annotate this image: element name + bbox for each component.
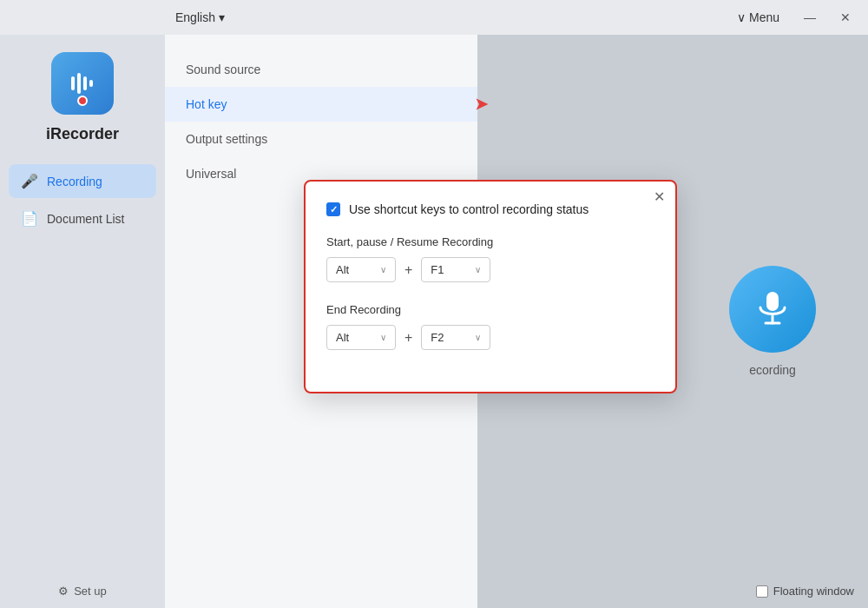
svg-rect-3 — [89, 80, 93, 87]
setup-label: Set up — [74, 585, 107, 598]
start-key2-value: F1 — [431, 263, 470, 276]
window-controls: — ✕ — [797, 7, 858, 28]
language-selector[interactable]: English ▾ — [175, 10, 225, 24]
sidebar-item-document-list[interactable]: 📄 Document List — [9, 202, 156, 235]
minimize-button[interactable]: — — [797, 7, 823, 28]
language-arrow: ▾ — [219, 10, 225, 24]
end-key1-arrow: ∨ — [380, 333, 386, 342]
svg-rect-2 — [83, 76, 87, 90]
start-key2-select[interactable]: F1 ∨ — [421, 257, 490, 282]
svg-rect-1 — [77, 73, 81, 94]
end-key-row: Alt ∨ + F2 ∨ — [326, 325, 654, 350]
recording-dot — [77, 96, 88, 106]
end-key2-select[interactable]: F2 ∨ — [421, 325, 490, 350]
sidebar-item-recording[interactable]: 🎤 Recording — [9, 164, 156, 198]
start-section-title: Start, pause / Resume Recording — [326, 235, 654, 248]
language-label: English — [175, 10, 215, 24]
app-logo — [51, 52, 114, 115]
recording-icon: 🎤 — [21, 173, 38, 189]
end-key2-arrow: ∨ — [475, 333, 481, 342]
end-key2-value: F2 — [431, 331, 470, 344]
shortcut-checkbox-row: ✓ Use shortcut keys to control recording… — [326, 202, 654, 216]
close-button[interactable]: ✕ — [833, 7, 858, 28]
setup-icon: ⚙ — [58, 585, 69, 598]
menu-label: Menu — [749, 10, 779, 24]
shortcut-checkbox[interactable]: ✓ — [326, 202, 340, 216]
start-key1-value: Alt — [336, 263, 375, 276]
shortcut-checkbox-label: Use shortcut keys to control recording s… — [349, 202, 589, 216]
modal-close-button[interactable]: ✕ — [654, 190, 665, 204]
menu-button[interactable]: ∨ Menu — [737, 10, 779, 24]
title-bar: English ▾ ∨ Menu — ✕ — [0, 0, 868, 35]
sidebar-document-label: Document List — [47, 212, 124, 226]
app-name: iRecorder — [46, 125, 119, 143]
start-key1-select[interactable]: Alt ∨ — [326, 257, 396, 282]
end-plus: + — [404, 330, 412, 346]
end-key1-select[interactable]: Alt ∨ — [326, 325, 396, 350]
start-key1-arrow: ∨ — [380, 265, 386, 274]
check-icon: ✓ — [330, 204, 338, 215]
start-key2-arrow: ∨ — [475, 265, 481, 274]
nav-items: 🎤 Recording 📄 Document List — [0, 164, 165, 239]
document-icon: 📄 — [21, 210, 38, 227]
start-plus: + — [404, 262, 412, 278]
sidebar-recording-label: Recording — [47, 175, 102, 188]
modal-backdrop: ✕ ✓ Use shortcut keys to control recordi… — [165, 35, 868, 608]
hotkey-modal: ✕ ✓ Use shortcut keys to control recordi… — [304, 180, 677, 393]
svg-rect-0 — [71, 76, 75, 90]
end-key1-value: Alt — [336, 331, 375, 344]
menu-icon: ∨ — [737, 10, 746, 24]
start-key-row: Alt ∨ + F1 ∨ — [326, 257, 654, 282]
setup-button[interactable]: ⚙ Set up — [0, 585, 165, 598]
sidebar: iRecorder 🎤 Recording 📄 Document List ⚙ … — [0, 35, 165, 608]
end-section-title: End Recording — [326, 303, 654, 316]
app-logo-icon — [67, 68, 98, 99]
